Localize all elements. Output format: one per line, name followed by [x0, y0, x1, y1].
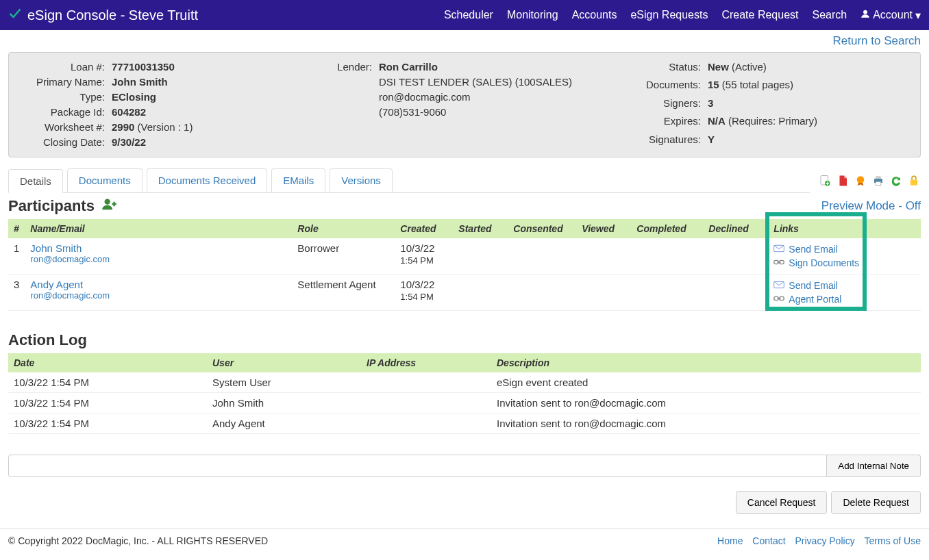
- participant-email[interactable]: ron@docmagic.com: [30, 254, 286, 264]
- col-ip: IP Address: [361, 353, 491, 372]
- worksheet-label: Worksheet #:: [16, 120, 105, 135]
- print-icon[interactable]: [871, 174, 885, 188]
- svg-rect-5: [876, 176, 881, 179]
- tab-emails[interactable]: EMails: [271, 168, 325, 192]
- logo-icon: [8, 7, 22, 24]
- cancel-request-button[interactable]: Cancel Request: [736, 491, 828, 514]
- row-declined: [703, 238, 768, 275]
- table-row: 10/3/22 1:54 PM System User eSign event …: [8, 372, 921, 393]
- svg-point-0: [863, 10, 867, 14]
- footer-copyright: © Copyright 2022 DocMagic, Inc. - ALL RI…: [8, 535, 268, 546]
- type-value: EClosing: [112, 91, 156, 103]
- row-num: 1: [8, 238, 25, 275]
- tab-documents[interactable]: Documents: [67, 168, 143, 192]
- nav-monitoring[interactable]: Monitoring: [507, 9, 558, 21]
- footer-privacy[interactable]: Privacy Policy: [795, 535, 855, 546]
- link-icon: [773, 256, 784, 270]
- nav-scheduler[interactable]: Scheduler: [444, 9, 493, 21]
- lender-phone: (708)531-9060: [379, 106, 446, 118]
- row-num: 3: [8, 275, 25, 311]
- status-value: New: [708, 61, 729, 73]
- link-icon: [773, 292, 784, 306]
- row-viewed: [576, 238, 631, 275]
- row-created: 10/3/221:54 PM: [395, 238, 453, 275]
- participant-link[interactable]: Send Email: [773, 279, 915, 292]
- return-to-search-row: Return to Search: [8, 34, 921, 48]
- nav-right: Scheduler Monitoring Accounts eSign Requ…: [444, 9, 921, 22]
- row-name-email: Andy Agent ron@docmagic.com: [25, 275, 292, 311]
- nav-esign-requests[interactable]: eSign Requests: [630, 9, 708, 21]
- col-num: #: [8, 219, 25, 238]
- footer-links: Home Contact Privacy Policy Terms of Use: [710, 535, 921, 546]
- col-viewed: Viewed: [576, 219, 631, 238]
- refresh-icon[interactable]: [889, 174, 903, 188]
- col-user: User: [207, 353, 361, 372]
- log-desc: Invitation sent to ron@docmagic.com: [491, 413, 921, 434]
- internal-note-input[interactable]: [8, 455, 827, 477]
- link-label: Sign Documents: [789, 256, 859, 270]
- documents-label: Documents:: [619, 77, 701, 95]
- info-panel: Loan #: 77710031350 Primary Name: John S…: [8, 52, 921, 157]
- status-label: Status:: [619, 60, 701, 77]
- lock-icon[interactable]: [907, 174, 921, 188]
- package-value: 604282: [112, 106, 146, 118]
- log-date: 10/3/22 1:54 PM: [8, 372, 207, 393]
- participant-link[interactable]: Send Email: [773, 242, 915, 256]
- participants-title: Participants: [8, 197, 118, 215]
- row-consented: [508, 275, 576, 311]
- expires-value: N/A: [708, 115, 726, 127]
- action-icons: [810, 174, 921, 188]
- participant-name-link[interactable]: John Smith: [30, 242, 286, 254]
- preview-mode-link[interactable]: Preview Mode - Off: [821, 199, 921, 213]
- worksheet-version: (Version : 1): [134, 121, 193, 133]
- footer-terms[interactable]: Terms of Use: [865, 535, 921, 546]
- participants-title-text: Participants: [8, 197, 95, 215]
- participant-name-link[interactable]: Andy Agent: [30, 279, 286, 290]
- footer-contact[interactable]: Contact: [752, 535, 785, 546]
- add-internal-note-button[interactable]: Add Internal Note: [827, 455, 921, 477]
- pdf-icon[interactable]: [836, 174, 850, 188]
- svg-point-8: [104, 199, 110, 205]
- log-ip: [361, 372, 491, 393]
- page-add-icon[interactable]: [818, 174, 832, 188]
- navbar: eSign Console - Steve Truitt Scheduler M…: [0, 0, 929, 30]
- badge-icon[interactable]: [854, 174, 867, 188]
- brand-title: eSign Console - Steve Truitt: [27, 8, 198, 23]
- row-viewed: [576, 275, 631, 311]
- signatures-label: Signatures:: [619, 132, 701, 150]
- log-ip: [361, 413, 491, 434]
- row-completed: [631, 238, 703, 275]
- svg-rect-6: [876, 182, 881, 186]
- row-completed: [631, 275, 703, 311]
- participant-link[interactable]: Agent Portal: [773, 292, 915, 306]
- tab-documents-received[interactable]: Documents Received: [147, 168, 268, 192]
- table-row: 3 Andy Agent ron@docmagic.com Settlement…: [8, 275, 921, 311]
- documents-value: 15: [708, 79, 719, 90]
- log-date: 10/3/22 1:54 PM: [8, 393, 207, 413]
- nav-create-request[interactable]: Create Request: [721, 9, 798, 21]
- nav-accounts[interactable]: Accounts: [572, 9, 617, 21]
- footer-home[interactable]: Home: [717, 535, 743, 546]
- tab-versions[interactable]: Versions: [330, 168, 393, 192]
- nav-search[interactable]: Search: [812, 9, 847, 21]
- app-brand[interactable]: eSign Console - Steve Truitt: [8, 7, 198, 24]
- participant-link[interactable]: Sign Documents: [773, 256, 915, 270]
- tab-details[interactable]: Details: [8, 169, 63, 193]
- link-label: Send Email: [789, 279, 838, 292]
- participants-table: # Name/Email Role Created Started Consen…: [8, 219, 921, 311]
- col-role: Role: [292, 219, 395, 238]
- table-row: 10/3/22 1:54 PM Andy Agent Invitation se…: [8, 413, 921, 434]
- svg-rect-12: [778, 262, 781, 262]
- participant-email[interactable]: ron@docmagic.com: [30, 290, 286, 301]
- log-user: System User: [207, 372, 361, 393]
- log-user: Andy Agent: [207, 413, 361, 434]
- log-ip: [361, 393, 491, 413]
- link-label: Send Email: [789, 242, 838, 256]
- return-to-search-link[interactable]: Return to Search: [832, 34, 921, 47]
- documents-extra: (55 total pages): [719, 79, 793, 90]
- row-links: Send EmailAgent Portal: [768, 275, 921, 311]
- delete-request-button[interactable]: Delete Request: [831, 491, 921, 514]
- add-participant-icon[interactable]: [101, 197, 118, 215]
- nav-account[interactable]: Account ▾: [860, 9, 921, 22]
- caret-down-icon: ▾: [915, 9, 921, 22]
